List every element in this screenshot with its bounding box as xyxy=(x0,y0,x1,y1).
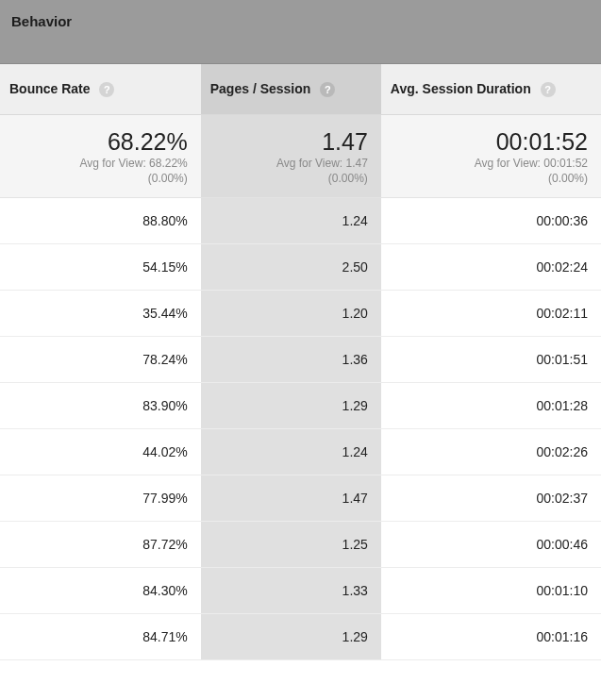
table-header-row: Bounce Rate ? Pages / Session ? Avg. Ses… xyxy=(0,64,601,115)
table-row: 87.72% 1.25 00:00:46 xyxy=(0,522,601,568)
summary-value: 00:01:52 xyxy=(391,128,588,156)
col-header-bounce-rate[interactable]: Bounce Rate ? xyxy=(0,64,201,115)
cell-pages-session: 1.29 xyxy=(201,614,381,660)
cell-pages-session: 1.24 xyxy=(201,429,381,475)
help-icon[interactable]: ? xyxy=(320,82,335,97)
cell-bounce-rate: 35.44% xyxy=(0,291,201,337)
summary-subtext: Avg for View: 68.22% xyxy=(9,156,188,171)
cell-bounce-rate: 83.90% xyxy=(0,383,201,429)
col-header-pages-session[interactable]: Pages / Session ? xyxy=(201,64,381,115)
col-header-label: Pages / Session xyxy=(210,81,311,96)
section-title: Behavior xyxy=(11,13,72,29)
summary-cell-bounce-rate: 68.22% Avg for View: 68.22% (0.00%) xyxy=(0,115,201,198)
cell-avg-session-duration: 00:01:10 xyxy=(381,568,601,614)
table-row: 83.90% 1.29 00:01:28 xyxy=(0,383,601,429)
cell-avg-session-duration: 00:01:28 xyxy=(381,383,601,429)
cell-bounce-rate: 54.15% xyxy=(0,244,201,291)
cell-avg-session-duration: 00:02:37 xyxy=(381,475,601,522)
cell-bounce-rate: 88.80% xyxy=(0,198,201,244)
cell-avg-session-duration: 00:02:11 xyxy=(381,291,601,337)
summary-subtext: (0.00%) xyxy=(391,171,588,186)
cell-bounce-rate: 44.02% xyxy=(0,429,201,475)
summary-subtext: Avg for View: 00:01:52 xyxy=(391,156,588,171)
section-header: Behavior xyxy=(0,0,601,64)
table-row: 84.30% 1.33 00:01:10 xyxy=(0,568,601,614)
col-header-label: Bounce Rate xyxy=(9,81,91,96)
col-header-avg-session-duration[interactable]: Avg. Session Duration ? xyxy=(381,64,601,115)
cell-pages-session: 1.24 xyxy=(201,198,381,244)
cell-pages-session: 1.29 xyxy=(201,383,381,429)
cell-pages-session: 1.20 xyxy=(201,291,381,337)
summary-value: 68.22% xyxy=(9,128,188,156)
help-icon[interactable]: ? xyxy=(541,82,556,97)
summary-cell-avg-session-duration: 00:01:52 Avg for View: 00:01:52 (0.00%) xyxy=(381,115,601,198)
summary-subtext: Avg for View: 1.47 xyxy=(210,156,368,171)
table-row: 44.02% 1.24 00:02:26 xyxy=(0,429,601,475)
summary-subtext: (0.00%) xyxy=(210,171,368,186)
summary-cell-pages-session: 1.47 Avg for View: 1.47 (0.00%) xyxy=(201,115,381,198)
table-summary-row: 68.22% Avg for View: 68.22% (0.00%) 1.47… xyxy=(0,115,601,198)
summary-subtext: (0.00%) xyxy=(9,171,188,186)
col-header-label: Avg. Session Duration xyxy=(391,81,531,96)
table-row: 77.99% 1.47 00:02:37 xyxy=(0,475,601,522)
cell-pages-session: 1.47 xyxy=(201,475,381,522)
behavior-table: Bounce Rate ? Pages / Session ? Avg. Ses… xyxy=(0,64,601,660)
summary-value: 1.47 xyxy=(210,128,368,156)
cell-bounce-rate: 78.24% xyxy=(0,337,201,383)
cell-avg-session-duration: 00:01:51 xyxy=(381,337,601,383)
table-row: 35.44% 1.20 00:02:11 xyxy=(0,291,601,337)
cell-pages-session: 1.36 xyxy=(201,337,381,383)
cell-pages-session: 2.50 xyxy=(201,244,381,291)
cell-bounce-rate: 87.72% xyxy=(0,522,201,568)
cell-bounce-rate: 77.99% xyxy=(0,475,201,522)
cell-avg-session-duration: 00:00:36 xyxy=(381,198,601,244)
table-row: 88.80% 1.24 00:00:36 xyxy=(0,198,601,244)
table-row: 84.71% 1.29 00:01:16 xyxy=(0,614,601,660)
cell-pages-session: 1.33 xyxy=(201,568,381,614)
cell-avg-session-duration: 00:02:26 xyxy=(381,429,601,475)
cell-avg-session-duration: 00:01:16 xyxy=(381,614,601,660)
table-row: 54.15% 2.50 00:02:24 xyxy=(0,244,601,291)
cell-bounce-rate: 84.71% xyxy=(0,614,201,660)
cell-avg-session-duration: 00:00:46 xyxy=(381,522,601,568)
help-icon[interactable]: ? xyxy=(99,82,114,97)
cell-avg-session-duration: 00:02:24 xyxy=(381,244,601,291)
cell-pages-session: 1.25 xyxy=(201,522,381,568)
table-row: 78.24% 1.36 00:01:51 xyxy=(0,337,601,383)
cell-bounce-rate: 84.30% xyxy=(0,568,201,614)
